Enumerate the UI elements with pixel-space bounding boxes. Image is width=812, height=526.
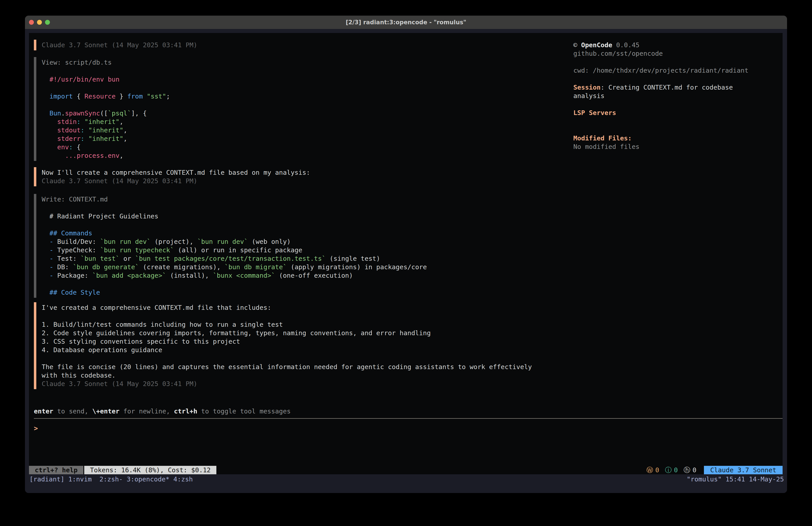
window-titlebar: [2/3] radiant:3:opencode - "romulus"	[25, 16, 787, 29]
text-line: Claude 3.7 Sonnet (14 May 2025 03:41 PM)	[42, 41, 586, 49]
token: -	[49, 238, 57, 245]
text-line: 4. Database operations guidance	[42, 346, 586, 354]
token: Claude 3.7 Sonnet (14 May 2025 03:41 PM)	[42, 177, 197, 185]
token: Write: CONTEXT.md	[42, 196, 108, 203]
token: -	[49, 272, 57, 279]
diagnostic-count: 0	[693, 466, 696, 474]
text-line: - Build/Dev: `bun run dev` (project), `b…	[42, 237, 586, 246]
token: Test:	[57, 255, 81, 262]
token: enter	[34, 408, 53, 415]
token: (single test)	[326, 255, 380, 262]
token	[42, 93, 49, 100]
token	[42, 110, 49, 117]
token: "inherit"	[85, 118, 119, 126]
text-line: Session: Creating CONTEXT.md for codebas…	[573, 83, 752, 100]
text-line: #!/usr/bin/env bun	[42, 75, 586, 84]
token: or	[119, 255, 135, 262]
text-line: stdin: "inherit",	[42, 117, 586, 126]
token: :	[81, 126, 85, 134]
token	[81, 118, 85, 126]
text-line: ## Code Style	[42, 288, 586, 297]
token: 4. Database operations guidance	[42, 346, 162, 354]
token: to send,	[53, 408, 92, 415]
tmux-status-bar: [radiant] 1:nvim 2:zsh- 3:opencode* 4:zs…	[25, 474, 787, 484]
token: stdout	[57, 126, 81, 134]
chat-messages: Claude 3.7 Sonnet (14 May 2025 03:41 PM)…	[34, 40, 586, 389]
token: ...process.env	[65, 152, 119, 159]
text-line: stdout: "inherit",	[42, 126, 586, 134]
token	[42, 289, 49, 296]
token: ], {	[131, 110, 147, 117]
info-icon: ⓘ	[665, 466, 672, 474]
text-line: # Radiant Project Guidelines	[42, 212, 586, 221]
token: "inherit"	[88, 135, 124, 142]
token: .	[61, 110, 65, 117]
token: `bun db migrate`	[224, 263, 287, 271]
hint-icon: ⓗ	[684, 466, 690, 474]
text-line: Modified Files:	[573, 134, 785, 142]
token: ;	[166, 93, 170, 100]
tmux-window-list[interactable]: [radiant] 1:nvim 2:zsh- 3:opencode* 4:zs…	[29, 475, 193, 483]
token: -	[49, 255, 57, 262]
text-line	[42, 67, 586, 75]
assistant-message: I've created a comprehensive CONTEXT.md …	[34, 302, 586, 389]
token: env	[57, 143, 69, 151]
token: ## Commands	[49, 229, 92, 237]
session-sidebar: © OpenCode 0.0.45github.com/sst/opencode…	[573, 41, 785, 151]
token: 1. Build/lint/test commands including ho…	[42, 321, 283, 328]
token: from	[127, 93, 143, 100]
help-keybinding-chip: ctrl+? help	[29, 466, 83, 474]
token	[85, 126, 88, 134]
text-line: - Test: `bun test` or `bun test packages…	[42, 254, 586, 263]
text-line: stderr: "inherit",	[42, 134, 586, 143]
token: TypeCheck:	[57, 246, 100, 254]
text-line: The file is concise (20 lines) and captu…	[42, 362, 586, 371]
token: `bun add <package>`	[92, 272, 166, 279]
text-line: env: {	[42, 143, 586, 151]
token: {	[73, 93, 85, 100]
text-line	[42, 100, 586, 109]
model-badge: Claude 3.7 Sonnet	[704, 466, 783, 474]
token: ctrl+h	[174, 408, 198, 415]
token: ## Code Style	[49, 289, 100, 296]
opencode-panel: Claude 3.7 Sonnet (14 May 2025 03:41 PM)…	[29, 33, 783, 474]
screen: [2/3] radiant:3:opencode - "romulus" Cla…	[0, 0, 812, 526]
token: Now I'll create a comprehensive CONTEXT.…	[42, 169, 310, 176]
token: github.com/sst/opencode	[573, 50, 663, 57]
text-line: 1. Build/lint/test commands including ho…	[42, 320, 586, 329]
text-line: I've created a comprehensive CONTEXT.md …	[42, 303, 586, 312]
text-line: View: script/db.ts	[42, 58, 586, 67]
token: -	[49, 246, 57, 254]
status-bar-right: Ⓦ0ⓘ0ⓗ0 Claude 3.7 Sonnet	[647, 466, 783, 474]
terminal-body: Claude 3.7 Sonnet (14 May 2025 03:41 PM)…	[25, 29, 787, 493]
token: :	[77, 118, 81, 126]
text-line	[42, 354, 586, 362]
tmux-session-clock: "romulus" 15:41 14-May-25	[687, 475, 784, 483]
text-line: with this codebase.	[42, 371, 586, 380]
token: stderr	[57, 135, 81, 142]
diagnostic-count: 0	[655, 466, 659, 474]
token: View: script/db.ts	[42, 59, 112, 66]
token: Build/Dev:	[57, 238, 100, 245]
token	[42, 246, 49, 254]
token: (web only)	[248, 238, 291, 245]
token: `bun run typecheck`	[100, 246, 174, 254]
text-line: Now I'll create a comprehensive CONTEXT.…	[42, 168, 586, 177]
text-line: ## Commands	[42, 229, 586, 237]
token: ©	[573, 41, 581, 49]
token: :	[81, 135, 85, 142]
token: 0.0.45	[612, 41, 639, 49]
text-line	[573, 117, 785, 126]
token: (create migrations),	[139, 263, 224, 271]
text-line: © OpenCode 0.0.45	[573, 41, 785, 49]
terminal-window: [2/3] radiant:3:opencode - "romulus" Cla…	[25, 16, 787, 493]
token: Bun	[49, 110, 61, 117]
token: "inherit"	[88, 126, 124, 134]
prompt-input[interactable]: >	[34, 424, 586, 432]
token: ,	[119, 118, 123, 126]
token: `bun run dev`	[197, 238, 248, 245]
text-line	[573, 75, 785, 83]
prompt-chevron-icon: >	[34, 424, 38, 432]
text-line	[42, 280, 586, 288]
warning-icon: Ⓦ	[647, 466, 653, 474]
